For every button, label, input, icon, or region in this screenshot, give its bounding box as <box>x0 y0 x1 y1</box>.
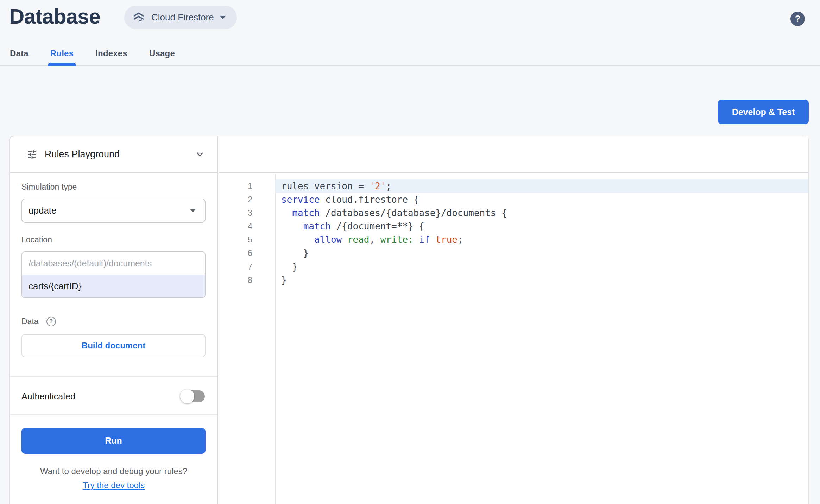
firestore-icon <box>132 11 145 24</box>
code-line-source[interactable]: } <box>275 246 808 260</box>
tab-rules[interactable]: Rules <box>50 42 74 65</box>
line-number: 5 <box>219 233 275 246</box>
simulation-type-value: update <box>29 205 190 216</box>
authenticated-row: Authenticated <box>21 385 205 408</box>
develop-test-button[interactable]: Develop & Test <box>718 100 809 124</box>
code-lines: 1rules_version = '2';2service cloud.fire… <box>219 179 808 287</box>
line-number: 7 <box>219 260 275 273</box>
run-button[interactable]: Run <box>21 428 206 454</box>
divider <box>10 414 217 415</box>
code-line-source[interactable]: allow read, write: if true; <box>275 233 808 246</box>
data-label: Data <box>21 317 39 326</box>
tab-data[interactable]: Data <box>10 42 29 65</box>
location-label: Location <box>21 235 52 245</box>
line-number: 1 <box>219 179 275 193</box>
chevron-down-icon <box>195 150 204 159</box>
location-prefix: /databases/(default)/documents <box>22 252 205 275</box>
data-help-icon[interactable]: ? <box>46 317 56 326</box>
help-button[interactable]: ? <box>790 12 805 26</box>
code-line: 2service cloud.firestore { <box>219 193 808 206</box>
code-line-source[interactable]: match /databases/{database}/documents { <box>275 206 808 220</box>
simulation-type-select[interactable]: update <box>21 199 206 223</box>
code-line-source[interactable]: } <box>275 260 808 273</box>
build-document-button[interactable]: Build document <box>21 334 206 357</box>
product-selector-dropdown[interactable]: Cloud Firestore <box>124 6 237 29</box>
code-line: 4 match /{document=**} { <box>219 220 808 233</box>
code-line: 6 } <box>219 246 808 260</box>
location-input[interactable]: /databases/(default)/documents carts/{ca… <box>21 251 206 298</box>
simulation-type-label: Simulation type <box>21 182 77 192</box>
page-title: Database <box>9 4 100 29</box>
caret-down-icon <box>190 209 196 213</box>
code-line: 8} <box>219 273 808 287</box>
code-line-source[interactable]: match /{document=**} { <box>275 220 808 233</box>
dev-tools-question: Want to develop and debug your rules? <box>10 466 217 476</box>
authenticated-toggle[interactable] <box>182 390 205 402</box>
tab-usage[interactable]: Usage <box>149 42 175 65</box>
line-number: 4 <box>219 220 275 233</box>
product-selector-label: Cloud Firestore <box>151 12 214 23</box>
code-line: 5 allow read, write: if true; <box>219 233 808 246</box>
line-number: 8 <box>219 273 275 287</box>
data-section-header: Data ? <box>21 315 56 328</box>
line-number: 3 <box>219 206 275 220</box>
code-line: 3 match /databases/{database}/documents … <box>219 206 808 220</box>
try-dev-tools-link[interactable]: Try the dev tools <box>10 480 217 490</box>
authenticated-label: Authenticated <box>21 391 75 402</box>
collapse-panel-button[interactable] <box>193 147 207 162</box>
rules-playground-panel: Rules Playground Simulation type update … <box>10 136 218 504</box>
rules-playground-title: Rules Playground <box>45 149 186 160</box>
rules-editor-card: Rules Playground Simulation type update … <box>9 136 809 504</box>
tab-indexes[interactable]: Indexes <box>95 42 127 65</box>
code-line-source[interactable]: service cloud.firestore { <box>275 193 808 206</box>
code-area[interactable]: 1rules_version = '2';2service cloud.fire… <box>219 174 808 504</box>
location-value[interactable]: carts/{cartID} <box>22 275 205 298</box>
code-line-source[interactable]: } <box>275 273 808 287</box>
tab-bar: DataRulesIndexesUsage <box>0 42 820 66</box>
editor-toolbar <box>219 136 808 173</box>
tune-icon <box>26 149 38 160</box>
caret-down-icon <box>220 16 226 19</box>
divider <box>10 376 217 377</box>
code-line: 7 } <box>219 260 808 273</box>
line-number: 2 <box>219 193 275 206</box>
line-number: 6 <box>219 246 275 260</box>
toggle-knob <box>180 389 194 403</box>
firestore-database-page: Database Cloud Firestore ? DataRulesInde… <box>0 0 820 504</box>
code-line-source[interactable]: rules_version = '2'; <box>275 179 808 193</box>
rules-playground-header: Rules Playground <box>10 136 217 173</box>
rules-code-editor: 1rules_version = '2';2service cloud.fire… <box>219 136 808 504</box>
code-line: 1rules_version = '2'; <box>219 179 808 193</box>
